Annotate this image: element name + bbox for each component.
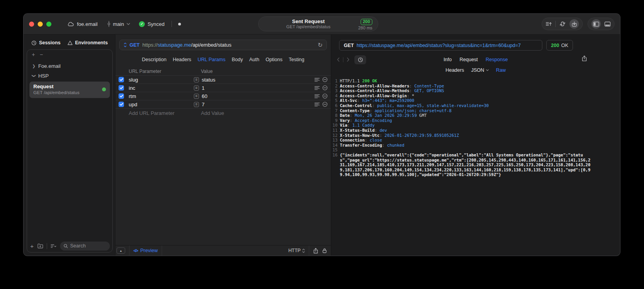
expand-panel-button[interactable]: ▲ — [117, 247, 125, 254]
layout-left-panel-icon — [593, 22, 599, 27]
response-line: 16{"incidents":null,"overall":{"code":"o… — [331, 153, 593, 177]
tab-body[interactable]: Body — [232, 57, 243, 62]
line-content: Cache-Control: public, max-age=15, stale… — [340, 103, 593, 108]
back-icon[interactable] — [337, 57, 340, 62]
param-checkbox[interactable] — [119, 93, 124, 99]
response-line: 4Access-Control-Allow-Origin: * — [331, 93, 593, 98]
sort-filter-icon[interactable] — [51, 244, 57, 248]
equals-icon: = — [194, 85, 199, 91]
forward-icon[interactable] — [347, 57, 350, 62]
tree-group-foe-email[interactable]: ❯ Foe.email — [29, 61, 110, 71]
tab-info[interactable]: Info — [443, 57, 452, 62]
response-line: 14Transfer-Encoding: chunked — [331, 143, 593, 148]
request-status-pill[interactable]: Sent Request GET /api/embed/status 200 2… — [258, 16, 378, 31]
url-bar-row: GET https://statuspage.me/api/embed/stat… — [115, 35, 331, 53]
param-rows: slug=statusinc=1rtm=60upd=7 — [115, 75, 331, 109]
history-button[interactable] — [354, 55, 366, 64]
protocol-select[interactable]: HTTP — [288, 248, 305, 253]
param-value-input[interactable]: 1 — [202, 85, 314, 91]
search-input[interactable]: Search — [60, 242, 110, 251]
url-bar[interactable]: GET https://statuspage.me/api/embed/stat… — [119, 40, 327, 50]
row-options-icon[interactable] — [314, 78, 320, 82]
line-number: 8 — [331, 113, 340, 118]
line-number: 10 — [331, 123, 340, 128]
row-options-icon[interactable] — [314, 94, 320, 98]
branch-selector[interactable]: main — [107, 21, 130, 27]
response-line: 8Date: Mon, 26 Jan 2026 20:29:59 GMT — [331, 113, 593, 118]
line-content: Access-Control-Allow-Origin: * — [340, 93, 593, 98]
clock-icon — [31, 40, 36, 45]
param-name-input[interactable]: rtm — [129, 93, 194, 99]
tab-environments[interactable]: Environments — [68, 40, 108, 45]
response-line: 6Cache-Control: public, max-age=15, stal… — [331, 103, 593, 108]
tab-headers[interactable]: Headers — [173, 57, 191, 62]
line-content: Vary: Accept-Encoding — [340, 118, 593, 123]
tab-url-params[interactable]: URL Params — [197, 57, 225, 62]
tree-group-hsp[interactable]: ❯ HSP — [29, 71, 110, 81]
request-list-item[interactable]: Request GET /api/embed/status — [29, 82, 110, 98]
method-select[interactable]: GET — [130, 42, 140, 48]
param-name-input[interactable]: slug — [129, 77, 194, 83]
tab-options[interactable]: Options — [266, 57, 283, 62]
param-name-input[interactable]: inc — [129, 85, 194, 91]
new-folder-icon[interactable] — [37, 244, 43, 249]
tab-auth[interactable]: Auth — [249, 57, 259, 62]
tab-description[interactable]: Description — [142, 57, 167, 62]
param-value-input[interactable]: 60 — [202, 93, 314, 99]
tab-request[interactable]: Request — [460, 57, 478, 62]
subtab-label: Headers — [445, 67, 464, 73]
toolbar-divider — [555, 21, 556, 27]
project-menu[interactable]: foe.email — [67, 21, 98, 27]
param-value-input[interactable]: 7 — [202, 102, 314, 107]
add-param-name-input[interactable]: Add URL Parameter — [129, 110, 175, 116]
remove-row-icon[interactable] — [322, 85, 328, 91]
method-stepper-icon[interactable] — [124, 42, 127, 47]
share-icon[interactable] — [313, 248, 318, 254]
line-content: X-Status-Build: dev — [340, 128, 593, 133]
add-session-button[interactable]: + — [32, 52, 35, 57]
lock-icon[interactable] — [322, 248, 327, 253]
new-request-button[interactable]: + — [30, 243, 34, 249]
subtab-json[interactable]: JSON — [471, 67, 489, 73]
remove-row-icon[interactable] — [322, 93, 328, 99]
tab-response[interactable]: Response — [486, 57, 508, 62]
import-response-button[interactable] — [569, 19, 579, 29]
tab-testing[interactable]: Testing — [289, 57, 305, 62]
share-icon — [582, 55, 587, 62]
subtab-raw[interactable]: Raw — [496, 67, 506, 73]
request-title: Sent Request — [259, 18, 358, 25]
response-line: 13Connection: close — [331, 138, 593, 143]
tab-sessions[interactable]: Sessions — [31, 40, 60, 45]
request-item-text: Request GET /api/embed/status — [33, 84, 102, 96]
minimize-window-button[interactable] — [38, 22, 43, 27]
titlebar-divider — [171, 21, 172, 27]
param-row: inc=1 — [115, 84, 331, 92]
response-url-box[interactable]: GET https://statuspage.me/api/embed/stat… — [339, 40, 542, 51]
toggle-bottom-panel-button[interactable] — [604, 22, 611, 27]
remove-row-icon[interactable] — [322, 77, 328, 82]
url-input[interactable]: https://statuspage.me/api/embed/status — [142, 42, 232, 48]
close-window-button[interactable] — [29, 22, 34, 27]
add-param-value-input[interactable]: Add Value — [201, 110, 224, 116]
param-checkbox[interactable] — [119, 102, 124, 107]
row-options-icon[interactable] — [314, 102, 320, 107]
response-status-code: 200 — [551, 43, 559, 48]
toggle-sidebar-button[interactable] — [591, 19, 601, 29]
sync-loop-button[interactable] — [559, 21, 566, 27]
zoom-window-button[interactable] — [46, 22, 51, 27]
send-request-icon[interactable]: ↻ — [317, 42, 323, 48]
request-item-title: Request — [33, 84, 102, 90]
param-name-input[interactable]: upd — [129, 102, 194, 107]
export-response-button[interactable] — [582, 55, 587, 63]
preview-button[interactable]: </> Preview — [133, 248, 158, 253]
param-checkbox[interactable] — [119, 77, 124, 82]
export-button[interactable] — [545, 21, 552, 27]
remove-row-icon[interactable] — [322, 102, 328, 107]
param-checkbox[interactable] — [119, 85, 124, 91]
row-options-icon[interactable] — [314, 86, 320, 90]
response-code[interactable]: 1HTTP/1.1 200 OK2Access-Control-Allow-He… — [331, 75, 620, 256]
sync-status[interactable]: ✓ Synced — [139, 21, 164, 27]
remove-session-button[interactable]: − — [40, 52, 43, 57]
subtab-headers[interactable]: Headers — [445, 67, 464, 73]
param-value-input[interactable]: status — [202, 77, 314, 83]
